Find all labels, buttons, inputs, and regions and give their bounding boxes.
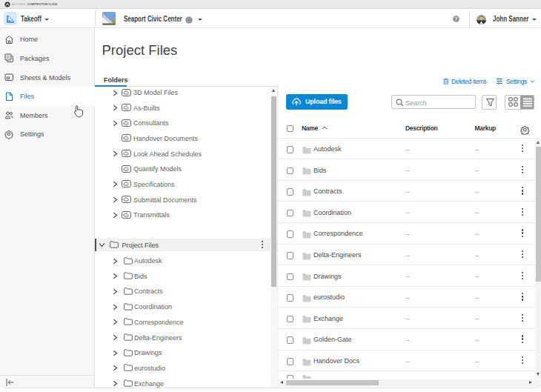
svg-text:?: ?	[454, 16, 457, 21]
